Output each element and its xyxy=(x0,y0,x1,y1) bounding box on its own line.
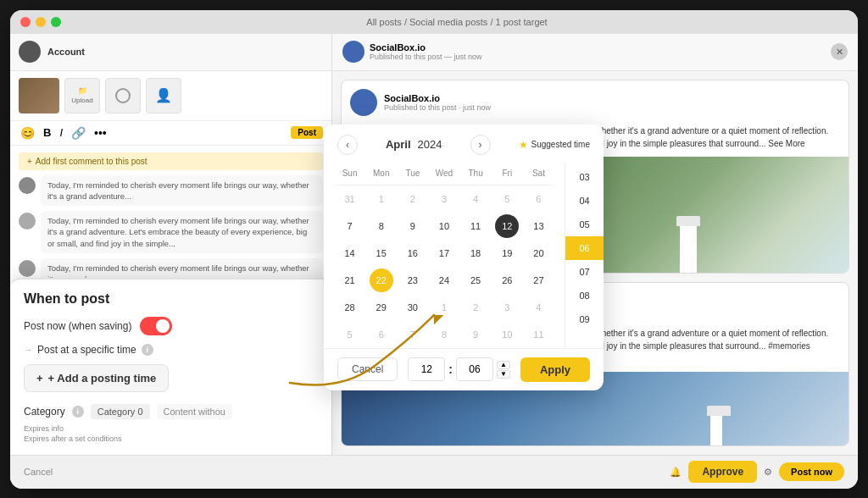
post-button[interactable]: Post xyxy=(291,126,323,139)
specific-time-row: → Post at a specific time i xyxy=(24,344,318,356)
bullet-btn[interactable]: ••• xyxy=(92,125,108,141)
cal-day[interactable]: 21 xyxy=(338,268,362,292)
social-account-info: SocialBox.io Published to this post — ju… xyxy=(342,41,482,63)
time-spin-up[interactable]: ▲ xyxy=(497,361,510,369)
cal-cancel-button[interactable]: Cancel xyxy=(337,357,398,381)
cal-day[interactable]: 11 xyxy=(526,323,550,346)
cal-day[interactable]: 24 xyxy=(432,268,456,292)
time-spin-down[interactable]: ▼ xyxy=(497,370,510,379)
side-num-09[interactable]: 09 xyxy=(565,307,604,331)
maximize-button[interactable] xyxy=(51,17,61,27)
cancel-button[interactable]: Cancel xyxy=(24,467,53,477)
cal-day[interactable]: 5 xyxy=(495,187,519,211)
gear-icon: ⚙ xyxy=(764,467,772,478)
time-minutes-input[interactable] xyxy=(456,357,493,381)
fb-post-name-1: SocialBox.io xyxy=(384,93,491,103)
side-num-08[interactable]: 08 xyxy=(565,284,604,307)
cal-day[interactable]: 2 xyxy=(464,296,487,319)
cal-day[interactable]: 6 xyxy=(370,323,393,346)
cal-day[interactable]: 3 xyxy=(495,296,519,319)
cal-day[interactable]: 8 xyxy=(432,323,456,346)
cal-day[interactable]: 14 xyxy=(338,241,362,265)
cal-day[interactable]: 17 xyxy=(432,241,456,265)
cal-day[interactable]: 19 xyxy=(495,241,519,265)
cal-day[interactable]: 7 xyxy=(401,323,425,346)
category-label: Category xyxy=(24,406,65,418)
cal-day[interactable]: 2 xyxy=(401,187,425,211)
cal-day[interactable]: 1 xyxy=(370,187,393,211)
cal-day[interactable]: 25 xyxy=(464,268,487,292)
fb-post-time-1: Published to this post · just now xyxy=(384,103,491,112)
suggested-time-label: ★ Suggested time xyxy=(519,139,591,151)
close-right-panel-button[interactable]: ✕ xyxy=(831,43,848,60)
cal-day[interactable]: 31 xyxy=(338,187,362,211)
minimize-button[interactable] xyxy=(36,17,46,27)
add-comment-bar[interactable]: + Add first comment to this post xyxy=(19,152,323,170)
cal-day[interactable]: 5 xyxy=(338,323,362,346)
side-num-07[interactable]: 07 xyxy=(565,260,604,284)
link-btn[interactable]: 🔗 xyxy=(70,125,87,141)
cal-next-button[interactable]: › xyxy=(470,135,491,155)
comment-text-2: Today, I'm reminded to cherish every mom… xyxy=(41,211,323,253)
cal-day[interactable]: 1 xyxy=(432,296,456,319)
cal-day[interactable]: 7 xyxy=(338,214,362,238)
cal-day[interactable]: 26 xyxy=(495,268,519,292)
cal-day[interactable]: 10 xyxy=(495,323,519,346)
cal-day[interactable]: 29 xyxy=(370,296,393,319)
cal-day[interactable]: 18 xyxy=(464,241,487,265)
cal-grid: Sun Mon Tue Wed Thu Fri Sat 31 1 2 3 4 5 xyxy=(324,162,565,348)
formatting-row: 😊 B I 🔗 ••• Post xyxy=(10,121,331,146)
cal-prev-button[interactable]: ‹ xyxy=(337,135,358,155)
cal-day[interactable]: 16 xyxy=(401,241,425,265)
cal-day-22[interactable]: 22 xyxy=(370,268,393,292)
post-now-label: Post now (when saving) xyxy=(24,320,131,332)
cal-day[interactable]: 27 xyxy=(526,268,550,292)
cal-day[interactable]: 20 xyxy=(526,241,550,265)
cal-day[interactable]: 6 xyxy=(526,187,550,211)
media-thumbnail[interactable] xyxy=(19,78,59,113)
social-avatar xyxy=(342,41,364,63)
cal-day[interactable]: 4 xyxy=(526,296,550,319)
cal-month-year: April 2024 xyxy=(386,138,442,151)
cal-day[interactable]: 9 xyxy=(464,323,487,346)
side-num-05[interactable]: 05 xyxy=(565,213,604,236)
cal-day[interactable]: 28 xyxy=(338,296,362,319)
italic-btn[interactable]: I xyxy=(58,125,64,141)
cal-day[interactable]: 11 xyxy=(464,214,487,238)
cal-day[interactable]: 23 xyxy=(401,268,425,292)
left-panel: Account 📁 Upload 👤 😊 xyxy=(10,34,332,455)
upload-icon: 📁 xyxy=(78,86,87,95)
side-num-03[interactable]: 03 xyxy=(565,165,604,189)
cal-day[interactable]: 9 xyxy=(401,214,425,238)
cal-day[interactable]: 13 xyxy=(526,214,550,238)
info-icon: i xyxy=(142,344,153,356)
cal-day[interactable]: 4 xyxy=(464,187,487,211)
side-num-04[interactable]: 04 xyxy=(565,189,604,213)
comment-avatar-1 xyxy=(19,177,36,194)
calendar-body-area: Sun Mon Tue Wed Thu Fri Sat 31 1 2 3 4 5 xyxy=(324,162,604,348)
category-tag[interactable]: Category 0 xyxy=(91,404,150,419)
cal-day[interactable]: 10 xyxy=(432,214,456,238)
apply-button[interactable]: Apply xyxy=(520,357,590,382)
cal-day[interactable]: 15 xyxy=(370,241,393,265)
side-num-06[interactable]: 06 xyxy=(565,236,604,260)
time-colon: : xyxy=(448,362,453,376)
person-icon: 👤 xyxy=(155,87,172,103)
post-now-toggle[interactable] xyxy=(140,317,172,335)
social-account-meta: Published to this post — just now xyxy=(370,53,482,61)
cal-day-12[interactable]: 12 xyxy=(495,214,519,238)
close-button[interactable] xyxy=(20,17,31,27)
cal-day[interactable]: 8 xyxy=(370,214,393,238)
smile-emoji-btn[interactable]: 😊 xyxy=(19,125,36,141)
circle-button[interactable] xyxy=(105,78,141,113)
post-now-btn[interactable]: Post now xyxy=(779,462,844,481)
time-hours-input[interactable] xyxy=(408,357,445,381)
person-button[interactable]: 👤 xyxy=(146,78,181,113)
cal-day[interactable]: 3 xyxy=(432,187,456,211)
cal-day[interactable]: 30 xyxy=(401,296,425,319)
add-posting-time-button[interactable]: + + Add a posting time xyxy=(24,364,169,392)
upload-button[interactable]: 📁 Upload xyxy=(64,78,100,113)
approve-button[interactable]: Approve xyxy=(688,461,757,483)
bold-btn[interactable]: B xyxy=(42,125,53,141)
specific-time-label: Post at a specific time xyxy=(37,344,136,356)
